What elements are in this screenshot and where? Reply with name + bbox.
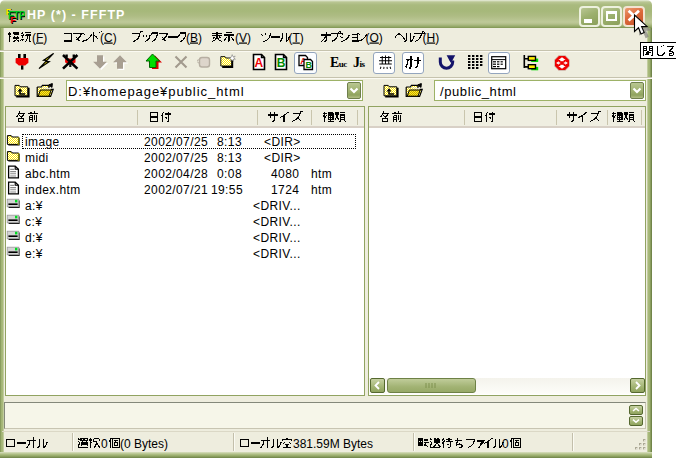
svg-text:(O): (O): [366, 31, 383, 45]
svg-text:0: 0: [101, 437, 108, 451]
svg-text:B: B: [277, 56, 286, 70]
svg-text:F: F: [10, 14, 16, 24]
svg-text:0: 0: [502, 437, 509, 451]
svg-text:(C): (C): [100, 31, 117, 45]
svg-text:(B): (B): [186, 31, 202, 45]
svg-text:381.59M Bytes: 381.59M Bytes: [293, 437, 373, 451]
svg-text:B: B: [305, 60, 312, 70]
svg-text:(H): (H): [423, 31, 440, 45]
svg-text:(F): (F): [32, 31, 47, 45]
svg-text:(0 Bytes): (0 Bytes): [120, 437, 168, 451]
svg-text:(V): (V): [235, 31, 251, 45]
svg-text:(T): (T): [289, 31, 304, 45]
svg-text:A: A: [255, 56, 264, 70]
